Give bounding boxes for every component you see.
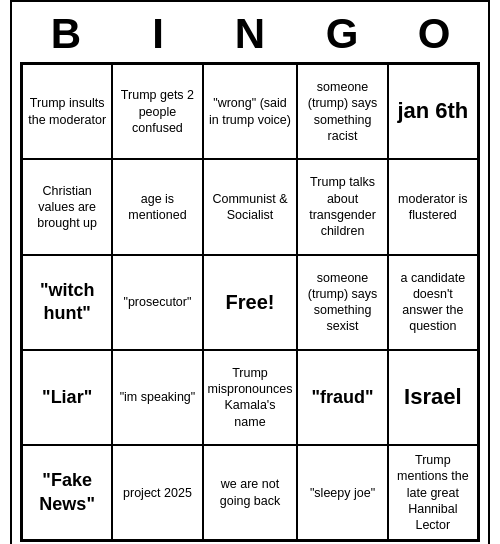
cell-0-3[interactable]: someone (trump) says something racist bbox=[297, 64, 387, 159]
cell-3-2[interactable]: Trump mispronounces Kamala's name bbox=[203, 350, 298, 445]
cell-2-2-free[interactable]: Free! bbox=[203, 255, 298, 350]
cell-3-1[interactable]: "im speaking" bbox=[112, 350, 202, 445]
cell-3-4[interactable]: Israel bbox=[388, 350, 478, 445]
bingo-card: B I N G O Trump insults the moderator Tr… bbox=[10, 0, 490, 544]
cell-2-0[interactable]: "witch hunt" bbox=[22, 255, 112, 350]
cell-3-0[interactable]: "Liar" bbox=[22, 350, 112, 445]
cell-1-1[interactable]: age is mentioned bbox=[112, 159, 202, 254]
bingo-grid: Trump insults the moderator Trump gets 2… bbox=[20, 62, 480, 542]
title-o: O bbox=[390, 10, 478, 58]
cell-2-4[interactable]: a candidate doesn't answer the question bbox=[388, 255, 478, 350]
title-n: N bbox=[206, 10, 294, 58]
cell-0-0[interactable]: Trump insults the moderator bbox=[22, 64, 112, 159]
cell-4-4[interactable]: Trump mentions the late great Hannibal L… bbox=[388, 445, 478, 540]
title-i: I bbox=[114, 10, 202, 58]
bingo-title: B I N G O bbox=[20, 10, 480, 58]
cell-1-0[interactable]: Christian values are brought up bbox=[22, 159, 112, 254]
cell-1-4[interactable]: moderator is flustered bbox=[388, 159, 478, 254]
cell-1-3[interactable]: Trump talks about transgender children bbox=[297, 159, 387, 254]
cell-4-1[interactable]: project 2025 bbox=[112, 445, 202, 540]
title-g: G bbox=[298, 10, 386, 58]
cell-3-3[interactable]: "fraud" bbox=[297, 350, 387, 445]
cell-0-2[interactable]: "wrong" (said in trump voice) bbox=[203, 64, 298, 159]
cell-4-2[interactable]: we are not going back bbox=[203, 445, 298, 540]
title-b: B bbox=[22, 10, 110, 58]
cell-0-1[interactable]: Trump gets 2 people confused bbox=[112, 64, 202, 159]
cell-2-1[interactable]: "prosecutor" bbox=[112, 255, 202, 350]
cell-2-3[interactable]: someone (trump) says something sexist bbox=[297, 255, 387, 350]
cell-1-2[interactable]: Communist & Socialist bbox=[203, 159, 298, 254]
cell-0-4[interactable]: jan 6th bbox=[388, 64, 478, 159]
cell-4-0[interactable]: "Fake News" bbox=[22, 445, 112, 540]
cell-4-3[interactable]: "sleepy joe" bbox=[297, 445, 387, 540]
